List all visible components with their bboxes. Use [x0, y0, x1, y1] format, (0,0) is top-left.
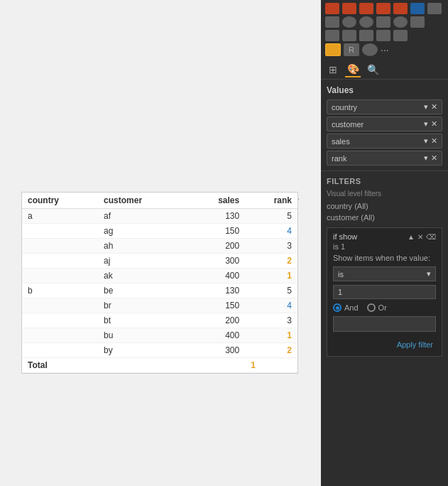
table-header-row: country customer sales rank	[22, 193, 297, 209]
cell-rank: 3	[245, 239, 297, 254]
customer-dropdown-arrow[interactable]: ▾	[424, 119, 428, 129]
values-label: Values	[327, 85, 442, 95]
cell-customer: ag	[98, 224, 187, 239]
funnel-icon[interactable]	[410, 16, 425, 28]
donut-icon[interactable]	[359, 16, 373, 28]
cell-rank: 2	[245, 343, 297, 358]
cell-country	[22, 239, 98, 254]
and-radio-circle	[333, 303, 342, 312]
data-table: country customer sales rank a af 130 5 a…	[21, 192, 298, 374]
second-condition-dropdown[interactable]	[333, 316, 436, 332]
card-icon[interactable]	[342, 30, 356, 41]
value-rank[interactable]: rank ▾ ✕	[327, 151, 442, 166]
cell-country	[22, 313, 98, 328]
slicer-icon[interactable]	[393, 30, 408, 41]
cell-country	[22, 224, 98, 239]
col-country: country	[22, 193, 98, 209]
cell-country: a	[22, 209, 98, 224]
stacked-col-icon[interactable]	[376, 3, 390, 14]
mode-icons: ⊞ 🎨 🔍	[321, 59, 448, 80]
show-items-label: Show items when the value:	[333, 254, 436, 262]
fields-icon[interactable]: ⊞	[325, 62, 341, 77]
cell-customer: af	[98, 209, 187, 224]
customer-remove-icon[interactable]: ✕	[431, 119, 437, 129]
gauge-icon[interactable]	[325, 30, 339, 41]
table-icon[interactable]	[325, 43, 341, 56]
kpi-icon[interactable]	[376, 30, 390, 41]
left-panel: ⊡ ··· country customer sales rank a af 1…	[0, 0, 321, 486]
icon-row-3	[325, 30, 444, 41]
table-row: ak 400 1	[22, 269, 297, 284]
value-sales-label: sales	[332, 137, 350, 146]
filters-section: FILTERS Visual level filters country (Al…	[321, 171, 448, 360]
line-icon[interactable]	[410, 3, 425, 14]
and-radio[interactable]: And	[333, 303, 359, 312]
cell-country	[22, 328, 98, 343]
rank-dropdown-arrow[interactable]: ▾	[424, 153, 428, 163]
cell-country	[22, 269, 98, 284]
analytics-icon[interactable]: 🔍	[365, 62, 381, 77]
sales-dropdown-arrow[interactable]: ▾	[424, 136, 428, 146]
value-country-controls: ▾ ✕	[424, 102, 437, 112]
area-icon[interactable]	[393, 3, 408, 14]
values-section: Values country ▾ ✕ customer ▾ ✕ sales ▾ …	[321, 80, 448, 171]
value-country[interactable]: country ▾ ✕	[327, 99, 442, 114]
more-visuals-icon[interactable]: ···	[381, 44, 395, 55]
cell-sales: 200	[187, 313, 245, 328]
format-icon[interactable]: 🎨	[345, 62, 361, 77]
country-dropdown-arrow[interactable]: ▾	[424, 102, 428, 112]
if-show-erase-icon[interactable]: ⌫	[426, 233, 436, 241]
table-row: ag 150 4	[22, 224, 297, 239]
treemap-icon[interactable]	[376, 16, 390, 28]
total-rank: 1	[245, 358, 297, 373]
cell-customer: br	[98, 298, 187, 313]
cell-rank: 1	[245, 328, 297, 343]
if-show-collapse-icon[interactable]: ▲	[408, 233, 415, 241]
apply-btn-container: Apply filter	[333, 338, 436, 352]
table-row: by 300 2	[22, 343, 297, 358]
waterfall-icon[interactable]	[427, 3, 442, 14]
filter-value-input[interactable]	[333, 285, 436, 299]
filters-title: FILTERS	[327, 177, 442, 185]
if-show-controls: ▲ ✕ ⌫	[408, 233, 436, 241]
customer-filter-item[interactable]: customer (All)	[327, 212, 442, 223]
cell-sales: 400	[187, 269, 245, 284]
col-rank: rank	[245, 193, 297, 209]
bar-icon[interactable]	[325, 3, 339, 14]
cell-customer: ah	[98, 239, 187, 254]
sales-remove-icon[interactable]: ✕	[431, 136, 437, 146]
if-show-clear-icon[interactable]: ✕	[417, 233, 423, 241]
column-icon[interactable]	[359, 3, 373, 14]
radio-row: And Or	[333, 303, 436, 312]
globe-icon[interactable]	[362, 43, 378, 56]
r-visual-icon[interactable]: R	[344, 43, 359, 56]
cell-sales: 150	[187, 224, 245, 239]
country-remove-icon[interactable]: ✕	[431, 102, 437, 112]
matrix-icon[interactable]	[359, 30, 373, 41]
stacked-bar-icon[interactable]	[342, 3, 356, 14]
value-rank-label: rank	[332, 154, 346, 163]
table-row: b be 130 5	[22, 284, 297, 298]
cell-customer: bt	[98, 313, 187, 328]
map-icon[interactable]	[393, 16, 408, 28]
or-radio[interactable]: Or	[367, 303, 387, 312]
icon-row-4: R ···	[325, 43, 444, 56]
cell-rank: 5	[245, 209, 297, 224]
cell-country	[22, 298, 98, 313]
value-sales[interactable]: sales ▾ ✕	[327, 134, 442, 148]
operator-dropdown[interactable]: is ▾	[333, 266, 436, 281]
cell-sales: 130	[187, 284, 245, 298]
value-customer[interactable]: customer ▾ ✕	[327, 117, 442, 131]
rank-remove-icon[interactable]: ✕	[431, 153, 437, 163]
cell-sales: 150	[187, 298, 245, 313]
table-row: bu 400 1	[22, 328, 297, 343]
country-filter-item[interactable]: country (All)	[327, 200, 442, 212]
or-radio-circle	[367, 303, 376, 312]
value-country-label: country	[332, 103, 357, 112]
apply-filter-button[interactable]: Apply filter	[394, 339, 436, 350]
scatter-icon[interactable]	[325, 16, 339, 28]
table-total-row: Total 1	[22, 358, 297, 373]
operator-arrow: ▾	[427, 269, 431, 279]
pie-icon[interactable]	[342, 16, 356, 28]
if-show-block: if show ▲ ✕ ⌫ is 1 Show items when the v…	[327, 227, 442, 357]
